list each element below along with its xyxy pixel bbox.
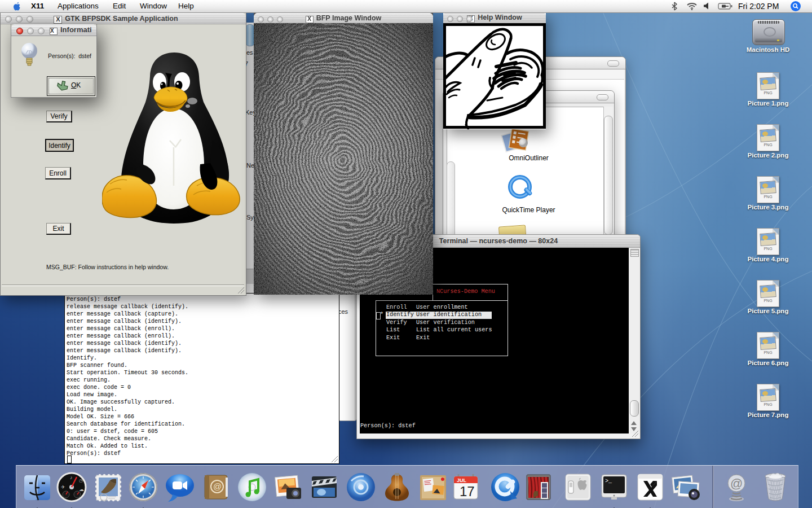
svg-text:JUL: JUL xyxy=(457,478,467,483)
svg-text:✈: ✈ xyxy=(61,484,65,490)
svg-text:17: 17 xyxy=(460,484,475,499)
svg-text:◷: ◷ xyxy=(79,478,83,483)
svg-text:☁: ☁ xyxy=(79,487,84,492)
svg-text:♪: ♪ xyxy=(70,475,73,480)
svg-text:@: @ xyxy=(730,476,743,491)
svg-text:>_: >_ xyxy=(605,478,612,484)
svg-text:@: @ xyxy=(213,481,222,491)
